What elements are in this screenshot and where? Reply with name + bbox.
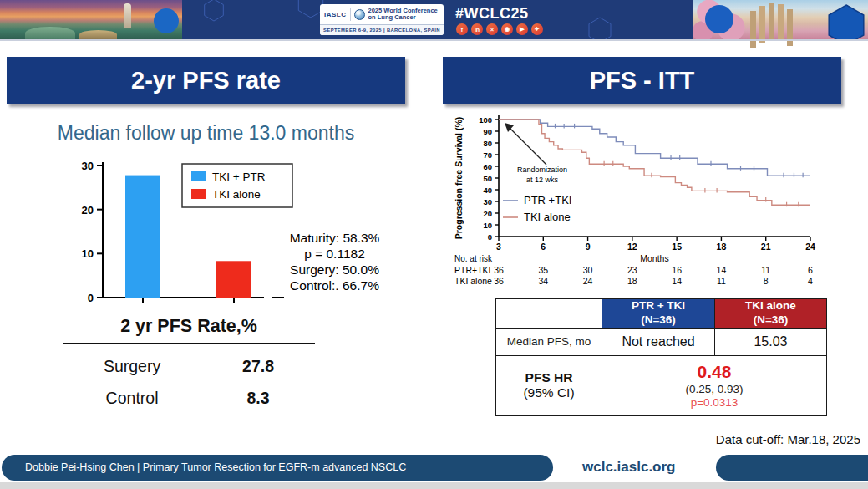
pfs-km-chart: 01020304050607080901003691215182124Progr… [453,109,833,288]
svg-text:20: 20 [483,209,492,218]
svg-text:Randomization: Randomization [517,166,567,174]
summary-table-rule [63,343,315,344]
svg-text:18: 18 [627,276,637,286]
svg-text:TKI alone: TKI alone [212,188,261,201]
table-row: Surgery 27.8 [63,357,315,376]
results-col-ptr-tki: PTR + TKI (N=36) [602,299,715,329]
park-guell-roof [79,30,117,39]
send-icon[interactable]: ✈ [531,23,543,35]
conference-title-line2: on Lung Cancer [368,13,416,21]
svg-text:70: 70 [483,150,492,160]
results-col-tki-alone: TKI alone (N=36) [715,299,827,329]
svg-text:35: 35 [538,265,548,275]
km-curve-TKI alone [499,120,810,205]
svg-text:80: 80 [483,139,492,148]
svg-text:10: 10 [82,247,94,260]
iaslc-logo-card: IASLC 2025 World Conference on Lung Canc… [320,4,444,35]
divider [350,8,351,21]
svg-text:4: 4 [808,276,813,286]
svg-text:PTR+TKI: PTR+TKI [454,265,490,275]
svg-text:6: 6 [808,265,813,275]
svg-text:14: 14 [717,265,727,275]
park-guell-roof [25,27,75,39]
svg-text:0: 0 [88,292,94,304]
median-pfs-label: Median PFS, mo [496,328,602,355]
hr-label-line1: PFS HR [496,370,602,385]
svg-text:50: 50 [483,174,492,183]
svg-text:21: 21 [761,242,771,252]
stat-pvalue: p = 0.1182 [282,246,387,262]
svg-text:11: 11 [717,276,726,286]
hexagon-outline-decor [205,0,224,21]
median-pfs-tki-alone: 15.03 [715,328,827,355]
pfs-rate-summary-table: 2 yr PFS Rate,% Surgery 27.8 Control 8.3 [63,316,315,408]
right-panel-title: PFS - ITT [590,67,695,94]
svg-text:3: 3 [496,242,501,252]
header-divider [0,39,868,41]
summary-row-label: Surgery [63,357,201,376]
svg-text:16: 16 [672,265,682,275]
stat-maturity: Maturity: 58.3% [282,230,387,246]
right-panel-banner: PFS - ITT [443,57,841,104]
svg-text:30: 30 [483,197,492,206]
svg-text:18: 18 [717,242,727,252]
svg-text:PTR +TKI: PTR +TKI [524,194,571,206]
bar-TKI alone [216,261,251,298]
instagram-icon[interactable]: ◉ [501,23,513,35]
svg-text:Months: Months [640,253,668,263]
svg-text:TKI alone: TKI alone [524,211,571,223]
hashtag-wclc25: #WCLC25 [455,5,529,23]
left-panel-banner: 2-yr PFS rate [7,57,405,104]
hr-confidence-interval: (0.25, 0.93) [602,383,826,395]
hexagon-outline-decor [589,18,611,39]
pfs-results-table: PTR + TKI (N=36) TKI alone (N=36) Median… [495,298,827,416]
footer-right-pill [716,455,868,481]
bottom-strip [0,482,868,489]
median-pfs-row: Median PFS, mo Not reached 15.03 [496,328,827,355]
results-header-row: PTR + TKI (N=36) TKI alone (N=36) [496,299,827,329]
x-icon[interactable]: × [486,23,498,35]
svg-text:14: 14 [672,276,682,286]
svg-text:10: 10 [483,221,492,230]
table-row: Control 8.3 [63,389,315,408]
hr-value: 0.48 [602,362,826,382]
col-label: PTR + TKI [632,299,685,312]
bar-TKI + PTR [125,176,160,298]
svg-text:36: 36 [494,265,504,275]
svg-text:24: 24 [583,276,593,286]
website-link[interactable]: wclc.iaslc.org [582,459,676,476]
svg-text:8: 8 [764,276,769,286]
hazard-ratio-row: PFS HR (95% CI) 0.48 (0.25, 0.93) p=0.03… [496,355,827,415]
data-cutoff-note: Data cut-off: Mar.18, 2025 [693,432,860,446]
blossom-decor [693,0,756,39]
stat-surgery: Surgery: 50.0% [282,262,387,278]
svg-text:12: 12 [627,242,637,252]
median-followup-subtitle: Median follow up time 13.0 months [7,122,405,145]
svg-text:6: 6 [541,242,546,252]
svg-text:20: 20 [82,204,94,216]
wclc-slide: IASLC 2025 World Conference on Lung Canc… [0,0,868,489]
svg-text:at 12 wks: at 12 wks [526,176,559,184]
results-empty-cell [496,299,602,329]
svg-text:100: 100 [479,115,492,125]
summary-table-title: 2 yr PFS Rate,% [63,316,315,337]
svg-text:40: 40 [483,186,492,195]
stat-control: Control:. 66.7% [282,278,387,293]
svg-text:23: 23 [627,265,637,275]
social-icons: f in × ◉ ▶ ✈ [456,23,543,35]
barcelona-photo-left [0,0,182,39]
svg-text:90: 90 [483,127,492,136]
stats-block: Maturity: 58.3% p = 0.1182 Surgery: 50.0… [282,230,387,293]
iaslc-logo: IASLC [324,11,347,18]
youtube-icon[interactable]: ▶ [516,23,528,35]
hr-pvalue: p=0.0313 [602,396,826,409]
park-guell-tower [124,3,131,28]
svg-text:60: 60 [483,162,492,171]
linkedin-icon[interactable]: in [471,23,483,35]
globe-icon [354,9,365,20]
svg-text:0: 0 [488,232,492,242]
summary-row-value: 27.8 [201,357,315,376]
left-panel-title: 2-yr PFS rate [131,67,281,94]
facebook-icon[interactable]: f [456,23,468,35]
summary-row-label: Control [63,389,201,408]
